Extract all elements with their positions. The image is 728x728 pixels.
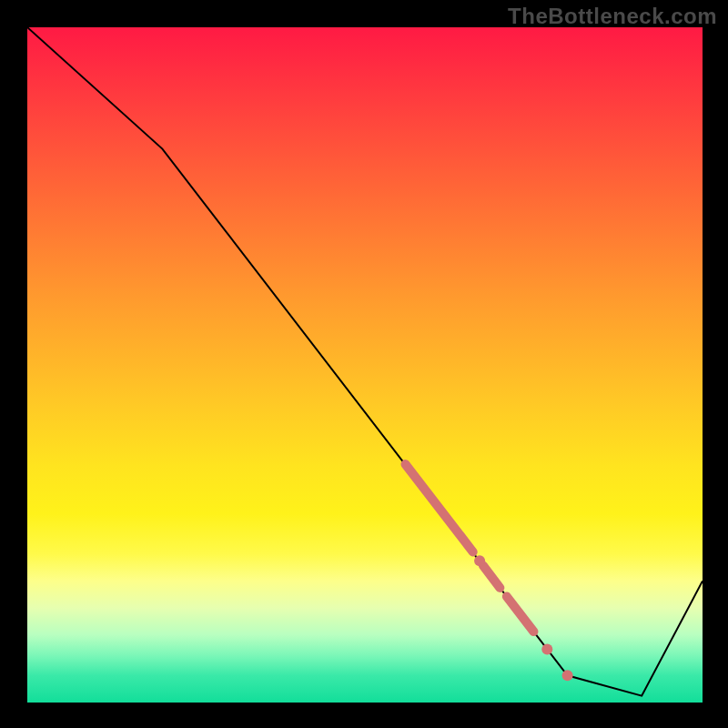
watermark-text: TheBottleneck.com [508, 4, 717, 29]
highlight-segment [406, 464, 473, 551]
curve-layer [27, 27, 703, 703]
chart-frame: TheBottleneck.com [0, 0, 728, 728]
plot-area [27, 27, 703, 703]
highlight-segment [507, 597, 534, 632]
highlight-segments [406, 464, 534, 632]
highlight-dot [474, 555, 485, 566]
highlight-segment [483, 565, 500, 588]
bottleneck-curve [27, 27, 703, 696]
highlight-dot [541, 643, 552, 654]
highlight-dot [562, 670, 573, 681]
